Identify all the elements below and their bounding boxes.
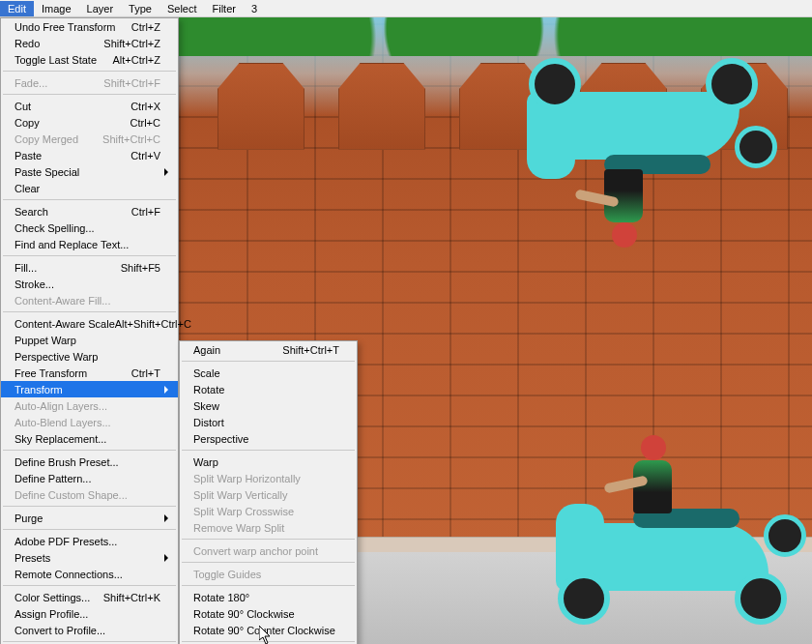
mouse-cursor-icon (259, 626, 273, 644)
app-menubar: EditImageLayerTypeSelectFilter3 (0, 0, 812, 17)
menu-item-label: Fade... (14, 77, 47, 89)
menu-separator (182, 539, 355, 540)
menu-item-shortcut: Alt+Shift+Ctrl+C (115, 318, 191, 330)
menu-item-redo[interactable]: RedoShift+Ctrl+Z (1, 35, 178, 51)
menu-item-label: Again (193, 344, 220, 356)
menu-item-auto-blend-layers: Auto-Blend Layers... (1, 414, 178, 430)
menu-item-split-warp-horizontally: Split Warp Horizontally (180, 470, 357, 486)
menu-item-paste[interactable]: PasteCtrl+V (1, 147, 178, 163)
menubar-item-filter[interactable]: Filter (205, 1, 244, 16)
menu-item-label: Convert warp anchor point (193, 545, 318, 557)
menu-separator (182, 450, 355, 451)
menu-item-shortcut: Shift+Ctrl+F (103, 77, 160, 89)
menu-item-presets[interactable]: Presets (1, 549, 178, 566)
menu-separator (3, 199, 176, 200)
menu-separator (182, 562, 355, 563)
menu-item-rotate-90-clockwise[interactable]: Rotate 90° Clockwise (180, 605, 357, 622)
menu-item-adobe-pdf-presets[interactable]: Adobe PDF Presets... (1, 533, 178, 549)
menu-item-label: Define Pattern... (14, 473, 92, 484)
menu-separator (3, 641, 176, 642)
menu-item-toggle-last-state[interactable]: Toggle Last StateAlt+Ctrl+Z (1, 51, 178, 68)
menu-item-rotate[interactable]: Rotate (180, 381, 357, 397)
menu-separator (3, 529, 176, 530)
menu-item-find-and-replace-text[interactable]: Find and Replace Text... (1, 236, 178, 252)
menu-item-label: Assign Profile... (14, 608, 88, 620)
menu-item-transform[interactable]: Transform (1, 381, 178, 397)
menu-item-sky-replacement[interactable]: Sky Replacement... (1, 430, 178, 447)
menu-item-label: Rotate 180° (193, 592, 249, 603)
menu-item-warp[interactable]: Warp (180, 454, 357, 470)
menu-item-puppet-warp[interactable]: Puppet Warp (1, 332, 178, 348)
menu-item-define-brush-preset[interactable]: Define Brush Preset... (1, 454, 178, 470)
menu-item-label: Perspective (193, 433, 248, 445)
menu-separator (3, 255, 176, 256)
menu-item-convert-warp-anchor-point: Convert warp anchor point (180, 542, 357, 559)
menu-item-skew[interactable]: Skew (180, 397, 357, 414)
menu-item-label: Convert to Profile... (14, 625, 105, 636)
menu-item-label: Distort (193, 417, 224, 428)
wall-merlon (338, 63, 425, 150)
menu-item-scale[interactable]: Scale (180, 365, 357, 381)
menubar-item-edit[interactable]: Edit (0, 1, 34, 16)
menu-item-label: Rotate (193, 384, 224, 395)
menu-item-label: Scale (193, 367, 220, 379)
menubar-item-type[interactable]: Type (121, 1, 160, 16)
menu-item-distort[interactable]: Distort (180, 414, 357, 430)
menu-item-label: Free Transform (14, 367, 87, 379)
menu-item-paste-special[interactable]: Paste Special (1, 163, 178, 180)
menu-item-label: Cut (14, 101, 31, 112)
menu-item-search[interactable]: SearchCtrl+F (1, 203, 178, 220)
menu-item-perspective-warp[interactable]: Perspective Warp (1, 348, 178, 365)
menu-separator (182, 585, 355, 586)
menu-item-assign-profile[interactable]: Assign Profile... (1, 605, 178, 622)
menu-separator (3, 585, 176, 586)
menu-item-clear[interactable]: Clear (1, 180, 178, 196)
edit-menu-dropdown: Undo Free TransformCtrl+ZRedoShift+Ctrl+… (0, 17, 179, 644)
menu-item-purge[interactable]: Purge (1, 510, 178, 526)
menu-item-shortcut: Ctrl+F (131, 206, 160, 218)
menu-item-label: Skew (193, 400, 219, 412)
menu-item-split-warp-vertically: Split Warp Vertically (180, 486, 357, 503)
menu-item-undo-free-transform[interactable]: Undo Free TransformCtrl+Z (1, 18, 178, 35)
menubar-item-select[interactable]: Select (160, 1, 205, 16)
menu-item-rotate-180[interactable]: Rotate 180° (180, 589, 357, 605)
menu-separator (3, 71, 176, 72)
menu-item-perspective[interactable]: Perspective (180, 430, 357, 447)
menubar-item-image[interactable]: Image (34, 1, 79, 16)
menu-item-label: Define Custom Shape... (14, 489, 128, 501)
menu-item-label: Toggle Last State (14, 54, 97, 66)
menu-item-stroke[interactable]: Stroke... (1, 276, 178, 292)
menu-item-label: Check Spelling... (14, 222, 95, 234)
menu-item-again[interactable]: AgainShift+Ctrl+T (180, 341, 357, 358)
menu-item-label: Rotate 90° Clockwise (193, 608, 295, 620)
menu-item-remote-connections[interactable]: Remote Connections... (1, 566, 178, 582)
menu-item-fade: Fade...Shift+Ctrl+F (1, 74, 178, 91)
menu-item-shortcut: Ctrl+C (130, 117, 160, 129)
menu-item-cut[interactable]: CutCtrl+X (1, 98, 178, 114)
menu-item-label: Sky Replacement... (14, 433, 106, 445)
menu-item-check-spelling[interactable]: Check Spelling... (1, 220, 178, 236)
menu-item-shortcut: Shift+Ctrl+C (102, 133, 160, 145)
menu-item-content-aware-scale[interactable]: Content-Aware ScaleAlt+Shift+Ctrl+C (1, 315, 178, 332)
menu-item-shortcut: Shift+Ctrl+T (282, 344, 339, 356)
menu-item-label: Transform (14, 384, 63, 395)
menu-item-label: Auto-Blend Layers... (14, 417, 111, 428)
menu-item-label: Clear (14, 183, 40, 194)
menu-item-copy[interactable]: CopyCtrl+C (1, 114, 178, 131)
menu-item-free-transform[interactable]: Free TransformCtrl+T (1, 365, 178, 381)
menu-item-label: Remote Connections... (14, 569, 123, 580)
menu-item-label: Color Settings... (14, 592, 90, 603)
menu-item-color-settings[interactable]: Color Settings...Shift+Ctrl+K (1, 589, 178, 605)
menu-item-label: Warp (193, 456, 218, 468)
menu-separator (3, 506, 176, 507)
menu-item-label: Remove Warp Split (193, 522, 284, 534)
menu-item-shortcut: Shift+Ctrl+K (103, 592, 160, 603)
menu-item-shortcut: Ctrl+X (130, 101, 160, 112)
menubar-item-3[interactable]: 3 (244, 1, 265, 16)
menu-item-convert-to-profile[interactable]: Convert to Profile... (1, 622, 178, 638)
menu-item-define-pattern[interactable]: Define Pattern... (1, 470, 178, 486)
menubar-item-layer[interactable]: Layer (79, 1, 122, 16)
menu-item-shortcut: Shift+F5 (121, 262, 160, 274)
menu-item-label: Content-Aware Scale (14, 318, 115, 330)
menu-item-fill[interactable]: Fill...Shift+F5 (1, 259, 178, 276)
